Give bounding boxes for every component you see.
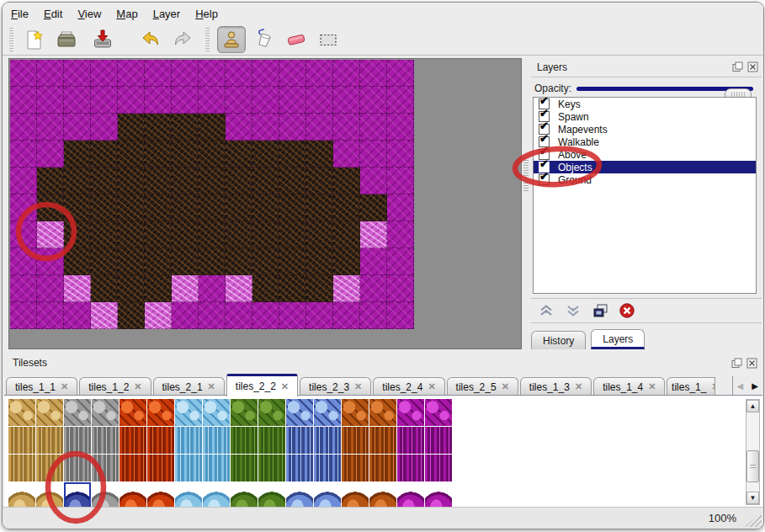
- close-tilesets-icon[interactable]: [746, 358, 757, 369]
- layer-row-ground[interactable]: ✔Ground: [534, 173, 756, 186]
- map-tile[interactable]: [199, 141, 226, 168]
- map-tile[interactable]: [145, 60, 172, 87]
- map-tile[interactable]: [252, 194, 279, 221]
- map-tile[interactable]: [333, 87, 360, 114]
- map-tile[interactable]: [252, 221, 279, 248]
- map-tile[interactable]: [360, 221, 387, 248]
- map-tile[interactable]: [10, 60, 37, 87]
- save-file-button[interactable]: [89, 27, 116, 52]
- tileset-tab-tiles_1_[interactable]: tiles_1_✕: [667, 377, 715, 396]
- map-tile[interactable]: [279, 114, 306, 141]
- open-file-button[interactable]: [53, 27, 80, 52]
- palette-tile-crystal-r1[interactable]: [286, 427, 313, 454]
- palette-tile-green-r3[interactable]: [231, 482, 258, 509]
- map-tile[interactable]: [199, 168, 226, 194]
- map-tile[interactable]: [333, 114, 360, 141]
- map-tile[interactable]: [306, 114, 333, 141]
- map-tile[interactable]: [64, 114, 91, 141]
- close-panel-icon[interactable]: [747, 61, 758, 72]
- map-tile[interactable]: [145, 168, 172, 194]
- map-tile[interactable]: [199, 221, 226, 248]
- map-tile[interactable]: [279, 60, 306, 87]
- layer-row-mapevents[interactable]: ✔Mapevents: [534, 123, 756, 136]
- palette-tile-tan-r2[interactable]: [8, 455, 35, 481]
- map-tile[interactable]: [387, 302, 414, 329]
- map-tile[interactable]: [145, 221, 172, 248]
- map-tile[interactable]: [252, 248, 279, 275]
- palette-tile-copper-r0[interactable]: [369, 399, 396, 426]
- palette-tile-ice-r2[interactable]: [175, 455, 202, 481]
- tileset-tab-tiles_1_3[interactable]: tiles_1_3✕: [520, 377, 592, 396]
- map-tile[interactable]: [172, 194, 199, 221]
- map-tile[interactable]: [360, 60, 387, 87]
- tab-close-icon[interactable]: ✕: [281, 381, 289, 392]
- palette-tile-gray-r0[interactable]: [64, 399, 91, 426]
- map-tile[interactable]: [172, 168, 199, 194]
- tab-close-icon[interactable]: ✕: [711, 381, 715, 392]
- map-tile[interactable]: [306, 194, 333, 221]
- duplicate-layer-button[interactable]: [592, 302, 608, 319]
- map-tile[interactable]: [172, 60, 199, 87]
- palette-tile-magenta-r0[interactable]: [397, 399, 424, 426]
- toolbar-drag-handle-2[interactable]: [205, 28, 210, 51]
- map-tile[interactable]: [10, 302, 37, 329]
- map-tile[interactable]: [64, 141, 91, 168]
- map-tile[interactable]: [252, 60, 279, 87]
- palette-tile-crystal-r3[interactable]: [286, 482, 313, 509]
- map-tile[interactable]: [226, 114, 252, 141]
- map-tile[interactable]: [226, 302, 252, 329]
- map-tile[interactable]: [252, 114, 279, 141]
- map-tile[interactable]: [118, 60, 145, 87]
- map-tile[interactable]: [279, 168, 306, 194]
- palette-tile-tan-r2[interactable]: [36, 455, 63, 481]
- new-file-button[interactable]: [21, 27, 48, 52]
- map-tile[interactable]: [118, 141, 145, 168]
- map-tile[interactable]: [172, 248, 199, 275]
- undo-button[interactable]: [137, 27, 164, 52]
- map-tile[interactable]: [333, 221, 360, 248]
- map-tile[interactable]: [118, 248, 145, 275]
- tab-close-icon[interactable]: ✕: [428, 381, 435, 392]
- palette-tile-copper-r3[interactable]: [342, 482, 369, 509]
- map-tile[interactable]: [64, 87, 91, 114]
- map-tile[interactable]: [306, 302, 333, 329]
- map-tile[interactable]: [37, 275, 64, 302]
- tab-close-icon[interactable]: ✕: [61, 381, 68, 392]
- map-tile[interactable]: [91, 221, 118, 248]
- palette-tile-copper-r2[interactable]: [369, 455, 396, 481]
- map-tile[interactable]: [118, 221, 145, 248]
- map-tile[interactable]: [333, 168, 360, 194]
- map-tile[interactable]: [118, 114, 145, 141]
- palette-tile-gray-r0[interactable]: [92, 399, 119, 426]
- palette-tile-green-r1[interactable]: [258, 427, 285, 454]
- map-tile[interactable]: [172, 141, 199, 168]
- palette-tile-gray-r3[interactable]: [92, 482, 119, 509]
- palette-tile-ice-r1[interactable]: [175, 427, 202, 454]
- map-tile[interactable]: [279, 141, 306, 168]
- palette-tile-magenta-r3[interactable]: [425, 482, 452, 509]
- palette-tile-fire-r0[interactable]: [147, 399, 174, 426]
- map-tile[interactable]: [306, 275, 333, 302]
- palette-tile-tan-r0[interactable]: [8, 399, 35, 426]
- menu-file[interactable]: File: [11, 8, 29, 20]
- tileset-tab-tiles_2_5[interactable]: tiles_2_5✕: [447, 377, 518, 396]
- layer-row-spawn[interactable]: ✔Spawn: [534, 110, 756, 123]
- map-tile[interactable]: [199, 248, 226, 275]
- tab-close-icon[interactable]: ✕: [134, 381, 141, 392]
- map-tile[interactable]: [226, 194, 252, 221]
- tileset-tab-tiles_1_1[interactable]: tiles_1_1✕: [6, 377, 77, 396]
- map-tile[interactable]: [145, 141, 172, 168]
- palette-scrollbar[interactable]: ▲ ▼: [746, 399, 760, 505]
- scroll-tabs-left-arrow[interactable]: ◀: [733, 376, 748, 396]
- map-tile[interactable]: [64, 275, 91, 302]
- move-layer-down-button[interactable]: [565, 302, 582, 319]
- map-tile[interactable]: [333, 194, 360, 221]
- tab-close-icon[interactable]: ✕: [648, 381, 656, 392]
- map-tile[interactable]: [252, 275, 279, 302]
- map-tile[interactable]: [333, 248, 360, 275]
- palette-tile-green-r0[interactable]: [231, 399, 258, 426]
- palette-tile-magenta-r3[interactable]: [397, 482, 424, 509]
- map-tile[interactable]: [226, 275, 252, 302]
- palette-tile-copper-r0[interactable]: [342, 399, 369, 426]
- palette-tile-ice-r0[interactable]: [203, 399, 230, 426]
